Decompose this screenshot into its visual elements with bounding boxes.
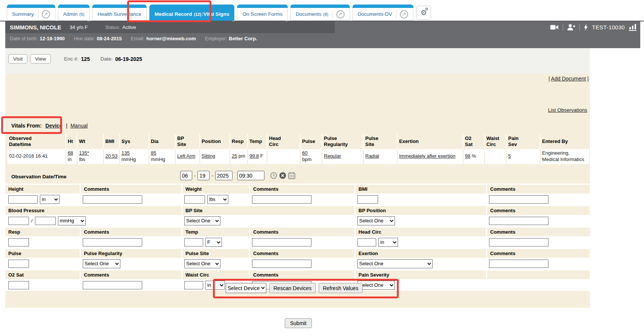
vital-value-link[interactable]: Left Arm bbox=[177, 153, 195, 159]
vital-value-link[interactable]: 68 bbox=[68, 150, 73, 156]
bmi-value-input[interactable] bbox=[357, 195, 378, 204]
bp-site-select[interactable]: Select One bbox=[184, 216, 220, 225]
observation-year-input[interactable] bbox=[215, 171, 232, 180]
weight-value-input[interactable] bbox=[184, 195, 205, 204]
observation-month-input[interactable] bbox=[180, 171, 192, 180]
field-label: Comments bbox=[80, 271, 181, 279]
pain-severity-select[interactable]: Select One bbox=[357, 281, 395, 290]
vital-value-link[interactable]: 135 bbox=[122, 150, 130, 156]
submit-button[interactable]: Submit bbox=[285, 318, 312, 328]
vital-text: F bbox=[259, 153, 263, 159]
calendar-picker-icon[interactable] bbox=[288, 172, 295, 179]
field-controls bbox=[5, 238, 80, 246]
head-circ-comments-input[interactable] bbox=[489, 238, 548, 246]
vital-value-link[interactable]: 5 bbox=[508, 153, 511, 159]
visit-button[interactable]: Visit bbox=[8, 54, 27, 64]
tab-top-strip bbox=[92, 5, 146, 8]
bp-position-select[interactable]: Select One bbox=[357, 216, 395, 225]
bp-systolic-input[interactable] bbox=[8, 217, 29, 225]
vitals-column-header: PainSev bbox=[506, 134, 540, 149]
icon-divider bbox=[563, 24, 563, 30]
o2-sat-value-input[interactable] bbox=[8, 281, 29, 289]
vital-value-link[interactable]: 85 bbox=[151, 150, 156, 156]
rescan-devices-button[interactable]: Rescan Devices bbox=[269, 283, 316, 293]
vital-value-link[interactable]: Regular bbox=[324, 153, 341, 159]
tab-label: Documents-DV bbox=[358, 11, 392, 17]
temp-comments-input[interactable] bbox=[252, 238, 311, 246]
view-button[interactable]: View bbox=[30, 54, 51, 64]
vital-value-link[interactable]: 98 bbox=[465, 153, 470, 159]
vital-value-link[interactable]: Immediately after exertion bbox=[399, 153, 456, 159]
vital-value-link[interactable]: Sitting bbox=[202, 153, 215, 159]
add-document-link[interactable]: Add Document bbox=[551, 76, 586, 82]
vitals-cell: Radial bbox=[363, 149, 397, 164]
tab-summary[interactable]: Summary↗ bbox=[7, 5, 55, 21]
external-link-icon[interactable]: ↗ bbox=[400, 10, 408, 18]
waist-circ-value-input[interactable] bbox=[184, 281, 203, 289]
vitals-source-manual-link[interactable]: Manual bbox=[70, 123, 88, 129]
tab-count-badge: (5) bbox=[79, 12, 84, 17]
pulse-comments-input[interactable] bbox=[252, 260, 311, 268]
vital-text: pm bbox=[237, 153, 245, 159]
video-camera-icon[interactable] bbox=[550, 24, 559, 30]
resp-comments-input[interactable] bbox=[83, 238, 142, 246]
tab-health-surveillance[interactable]: Health Surveillance bbox=[92, 5, 146, 21]
refresh-values-button[interactable]: Refresh Values bbox=[319, 283, 363, 293]
vitals-cell: 135mmHg bbox=[120, 149, 149, 164]
bp-unit-select[interactable]: mmHg bbox=[58, 216, 86, 225]
flowsheet-chart-icon[interactable] bbox=[629, 24, 636, 31]
external-link-icon[interactable]: ↗ bbox=[336, 10, 345, 18]
height-unit-select[interactable]: in bbox=[40, 195, 59, 204]
pulse-value-input[interactable] bbox=[8, 260, 29, 268]
vitals-source-device-link[interactable]: Device bbox=[46, 123, 62, 129]
tab-on-screen-forms[interactable]: On Screen Forms bbox=[237, 5, 288, 21]
height-value-input[interactable] bbox=[8, 195, 38, 204]
lightning-bolt-icon[interactable] bbox=[584, 24, 588, 31]
bp-diastolic-input[interactable] bbox=[35, 217, 56, 225]
temp-unit-select[interactable]: F bbox=[205, 238, 222, 247]
bp-comments-input[interactable] bbox=[489, 217, 548, 225]
observation-day-input[interactable] bbox=[197, 171, 210, 180]
vital-text: 02-02-2016 16:41 bbox=[9, 153, 48, 159]
vital-value-link[interactable]: Radial bbox=[365, 153, 379, 159]
weight-comments-input[interactable] bbox=[252, 195, 311, 204]
vital-value-link[interactable]: 20.53 bbox=[105, 153, 118, 159]
bmi-comments-input[interactable] bbox=[489, 195, 548, 204]
field-label: Resp bbox=[5, 228, 80, 236]
vital-value-link[interactable]: 60 bbox=[302, 150, 307, 156]
vitals-column-header: Resp bbox=[230, 134, 248, 149]
list-observations-link[interactable]: List Observations bbox=[548, 107, 587, 113]
tab-top-strip bbox=[7, 5, 55, 8]
resp-value-input[interactable] bbox=[8, 238, 29, 246]
head-circ-unit-select[interactable]: in bbox=[378, 238, 398, 247]
tab-documents-dv[interactable]: Documents-DV↗ bbox=[352, 5, 414, 21]
tab-medical-record[interactable]: Medical Record(12):Vital Signs bbox=[149, 5, 235, 21]
date-dash-text: - bbox=[194, 173, 196, 178]
pulse-regularity-select[interactable]: Select One bbox=[83, 259, 120, 268]
settings-gear-button[interactable]: ⚙ ⚙ bbox=[416, 6, 431, 20]
height-comments-input[interactable] bbox=[83, 195, 142, 204]
pulse-site-select[interactable]: Select One bbox=[184, 259, 220, 268]
vital-value-link[interactable]: 135* bbox=[79, 150, 89, 156]
tab-documents[interactable]: Documents(8)↗ bbox=[290, 5, 350, 21]
tab-admin[interactable]: Admin(5) bbox=[58, 5, 90, 21]
weight-unit-select[interactable]: lbs bbox=[207, 195, 228, 204]
field-controls bbox=[249, 238, 354, 246]
vital-value-link[interactable]: 99.8 bbox=[249, 153, 259, 159]
tab-top-strip bbox=[237, 5, 288, 8]
field-label: Pulse Site bbox=[181, 249, 249, 258]
observation-time-input[interactable] bbox=[237, 171, 264, 180]
external-link-icon[interactable]: ↗ bbox=[42, 10, 50, 18]
head-circ-value-input[interactable] bbox=[357, 238, 376, 246]
time-picker-clock-icon[interactable] bbox=[270, 172, 277, 179]
temp-value-input[interactable] bbox=[184, 238, 203, 246]
waist-circ-unit-select[interactable]: in bbox=[205, 281, 225, 290]
vital-value-link[interactable]: 25 bbox=[232, 153, 237, 159]
field-label bbox=[486, 271, 590, 279]
o2-sat-comments-input[interactable] bbox=[83, 281, 142, 289]
exertion-comments-input[interactable] bbox=[489, 260, 548, 268]
device-select[interactable]: Select Device bbox=[226, 283, 266, 293]
add-person-icon[interactable] bbox=[567, 24, 575, 30]
exertion-select[interactable]: Select One bbox=[357, 259, 433, 268]
clear-datetime-icon[interactable] bbox=[279, 172, 286, 179]
